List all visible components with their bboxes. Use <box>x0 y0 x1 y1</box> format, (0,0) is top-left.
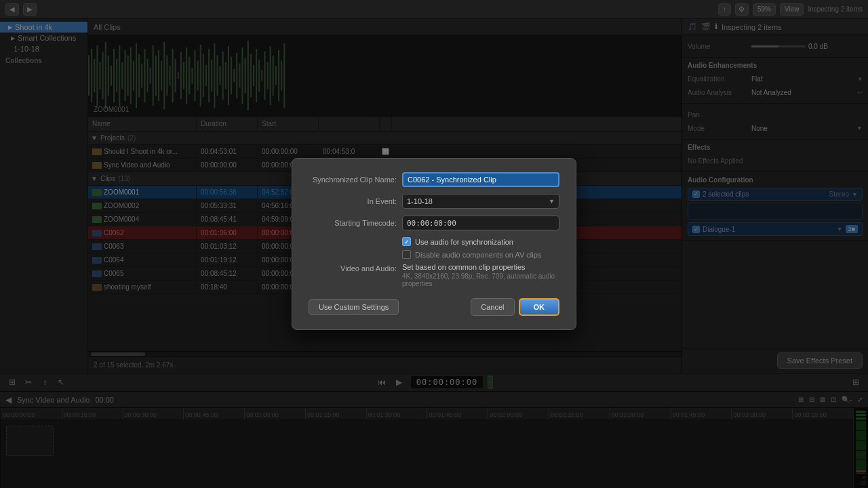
clip-name-input[interactable] <box>402 172 559 187</box>
timecode-label: Starting Timecode: <box>309 219 397 227</box>
modal-overlay: Synchronized Clip Name: In Event: 1-10-1… <box>0 0 868 488</box>
disable-audio-row: Disable audio components on AV clips <box>309 250 559 259</box>
disable-audio-checkbox[interactable] <box>402 250 411 259</box>
use-audio-row: ✓ Use audio for synchronization <box>309 237 559 246</box>
video-audio-value: Set based on common clip properties <box>402 263 559 271</box>
in-event-row: In Event: 1-10-18 ▼ <box>309 194 559 209</box>
video-audio-content: Set based on common clip properties 4K, … <box>402 263 559 287</box>
clip-name-row: Synchronized Clip Name: <box>309 172 559 187</box>
disable-audio-label: Disable audio components on AV clips <box>415 251 541 259</box>
video-audio-label: Video and Audio: <box>309 263 397 272</box>
sync-dialog: Synchronized Clip Name: In Event: 1-10-1… <box>292 158 576 330</box>
timecode-row: Starting Timecode: <box>309 216 559 230</box>
in-event-dropdown[interactable]: 1-10-18 ▼ <box>402 194 559 209</box>
use-audio-label: Use audio for synchronization <box>415 238 513 246</box>
use-audio-checkbox[interactable]: ✓ <box>402 237 411 246</box>
in-event-label: In Event: <box>309 197 397 205</box>
modal-buttons: Use Custom Settings Cancel OK <box>309 298 559 316</box>
custom-settings-button[interactable]: Use Custom Settings <box>309 299 399 315</box>
ok-cancel-group: Cancel OK <box>471 298 559 316</box>
clip-name-label: Synchronized Clip Name: <box>309 176 397 184</box>
video-audio-row: Video and Audio: Set based on common cli… <box>309 263 559 287</box>
in-event-arrow[interactable]: ▼ <box>549 198 555 205</box>
cancel-button[interactable]: Cancel <box>471 298 514 316</box>
timecode-input[interactable] <box>402 216 559 230</box>
in-event-value: 1-10-18 <box>407 197 433 205</box>
ok-button[interactable]: OK <box>519 298 560 316</box>
video-audio-sub: 4K, 3840x2160, 23.98p, Rec. 709, automat… <box>402 272 559 287</box>
